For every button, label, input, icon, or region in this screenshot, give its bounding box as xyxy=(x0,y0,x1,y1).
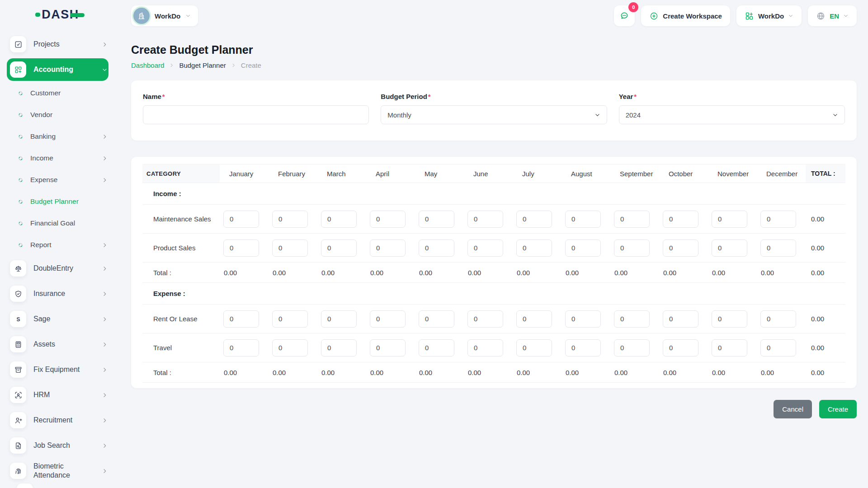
input-travel-july[interactable] xyxy=(516,339,552,357)
input-rent-or-lease-september[interactable] xyxy=(614,310,650,328)
breadcrumb: DashboardBudget PlannerCreate xyxy=(131,61,857,69)
input-maintenance-sales-september[interactable] xyxy=(614,211,650,228)
input-rent-or-lease-october[interactable] xyxy=(663,310,698,328)
breadcrumb-separator-icon xyxy=(169,63,174,68)
input-travel-june[interactable] xyxy=(467,339,503,357)
input-product-sales-february[interactable] xyxy=(272,239,308,257)
sidebar-item-report[interactable]: Report xyxy=(7,234,108,256)
app-logo[interactable]: DASH xyxy=(0,0,120,29)
breadcrumb-item[interactable]: Dashboard xyxy=(131,61,164,69)
chevron-down-icon xyxy=(102,67,108,73)
create-button[interactable]: Create xyxy=(819,400,857,418)
plus-circle-icon xyxy=(649,11,659,21)
sidebar-item-fix-equipment[interactable]: Fix Equipment xyxy=(7,357,108,382)
input-maintenance-sales-march[interactable] xyxy=(321,211,357,228)
input-product-sales-may[interactable] xyxy=(419,239,454,257)
input-product-sales-july[interactable] xyxy=(516,239,552,257)
sidebar-item-budget-planner[interactable]: Budget Planner xyxy=(7,191,108,212)
year-field: Year* 2024 xyxy=(619,93,845,124)
input-maintenance-sales-june[interactable] xyxy=(467,211,503,228)
cell-product-sales-february xyxy=(269,234,317,263)
input-product-sales-december[interactable] xyxy=(760,239,796,257)
input-rent-or-lease-march[interactable] xyxy=(321,310,357,328)
sidebar-item-accounting[interactable]: Accounting xyxy=(7,58,108,81)
sidebar-item-job-search[interactable]: Job Search xyxy=(7,433,108,458)
row-label-product-sales: Product Sales xyxy=(142,234,220,263)
input-maintenance-sales-november[interactable] xyxy=(712,211,747,228)
input-travel-january[interactable] xyxy=(223,339,259,357)
sidebar-item-customer[interactable]: Customer xyxy=(7,82,108,104)
input-travel-december[interactable] xyxy=(760,339,796,357)
sidebar-item-expense[interactable]: Expense xyxy=(7,169,108,191)
language-label: EN xyxy=(830,12,839,20)
sidebar-item-income[interactable]: Income xyxy=(7,147,108,169)
input-product-sales-september[interactable] xyxy=(614,239,650,257)
input-rent-or-lease-february[interactable] xyxy=(272,310,308,328)
create-workspace-button[interactable]: Create Workspace xyxy=(641,5,730,26)
workspace-selector[interactable]: WorkDo xyxy=(131,5,198,26)
sidebar-item-recruitment[interactable]: Recruitment xyxy=(7,408,108,433)
table-header-month-march: March xyxy=(317,164,366,183)
input-travel-september[interactable] xyxy=(614,339,650,357)
input-maintenance-sales-may[interactable] xyxy=(419,211,454,228)
sidebar-item-vendor[interactable]: Vendor xyxy=(7,104,108,126)
cell-rent-or-lease-february xyxy=(269,305,317,333)
sidebar-item-financial-goal[interactable]: Financial Goal xyxy=(7,212,108,234)
input-rent-or-lease-june[interactable] xyxy=(467,310,503,328)
sidebar-item-hrm[interactable]: HRM xyxy=(7,382,108,408)
name-input[interactable] xyxy=(143,105,369,124)
table-header-month-october: October xyxy=(659,164,708,183)
year-select[interactable]: 2024 xyxy=(619,105,845,124)
cell-rent-or-lease-march xyxy=(317,305,366,333)
input-product-sales-january[interactable] xyxy=(223,239,259,257)
sidebar-item-banking[interactable]: Banking xyxy=(7,126,108,147)
sidebar-item-double-entry[interactable]: DoubleEntry xyxy=(7,256,108,281)
sidebar-item-biometric-attendance[interactable]: Biometric Attendance xyxy=(7,458,108,483)
input-travel-march[interactable] xyxy=(321,339,357,357)
input-rent-or-lease-april[interactable] xyxy=(370,310,406,328)
input-travel-october[interactable] xyxy=(663,339,698,357)
workdo-apps-menu[interactable]: WorkDo xyxy=(736,5,802,26)
sidebar-item-projects[interactable]: Projects xyxy=(7,32,108,57)
input-product-sales-october[interactable] xyxy=(663,239,698,257)
input-travel-november[interactable] xyxy=(712,339,747,357)
sidebar-item-insurance[interactable]: Insurance xyxy=(7,281,108,306)
logo-dot-icon xyxy=(35,13,40,17)
input-travel-august[interactable] xyxy=(565,339,601,357)
input-maintenance-sales-december[interactable] xyxy=(760,211,796,228)
input-travel-april[interactable] xyxy=(370,339,406,357)
logo-dash-icon xyxy=(70,13,85,17)
budget-period-select[interactable]: Monthly xyxy=(381,105,607,124)
input-product-sales-june[interactable] xyxy=(467,239,503,257)
input-maintenance-sales-january[interactable] xyxy=(223,211,259,228)
input-maintenance-sales-october[interactable] xyxy=(663,211,698,228)
cell-product-sales-june xyxy=(464,234,513,263)
input-product-sales-august[interactable] xyxy=(565,239,601,257)
breadcrumb-item: Budget Planner xyxy=(179,61,226,69)
cancel-button[interactable]: Cancel xyxy=(774,400,812,418)
chevron-down-icon xyxy=(843,13,849,19)
sidebar-item-sage[interactable]: SSage xyxy=(7,306,108,332)
input-product-sales-november[interactable] xyxy=(712,239,747,257)
input-travel-february[interactable] xyxy=(272,339,308,357)
input-rent-or-lease-january[interactable] xyxy=(223,310,259,328)
cell-product-sales-november xyxy=(708,234,757,263)
input-rent-or-lease-december[interactable] xyxy=(760,310,796,328)
input-product-sales-april[interactable] xyxy=(370,239,406,257)
input-maintenance-sales-august[interactable] xyxy=(565,211,601,228)
language-selector[interactable]: EN xyxy=(808,5,857,26)
input-maintenance-sales-july[interactable] xyxy=(516,211,552,228)
table-header-month-september: September xyxy=(610,164,659,183)
input-rent-or-lease-august[interactable] xyxy=(565,310,601,328)
messages-button[interactable]: 0 xyxy=(614,5,635,26)
cell-maintenance-sales-september xyxy=(610,205,659,234)
input-maintenance-sales-april[interactable] xyxy=(370,211,406,228)
input-rent-or-lease-july[interactable] xyxy=(516,310,552,328)
input-rent-or-lease-november[interactable] xyxy=(712,310,747,328)
input-product-sales-march[interactable] xyxy=(321,239,357,257)
sidebar-item-assets[interactable]: Assets xyxy=(7,332,108,357)
input-rent-or-lease-may[interactable] xyxy=(419,310,454,328)
sidebar-item-label: Insurance xyxy=(33,289,102,298)
input-maintenance-sales-february[interactable] xyxy=(272,211,308,228)
input-travel-may[interactable] xyxy=(419,339,454,357)
